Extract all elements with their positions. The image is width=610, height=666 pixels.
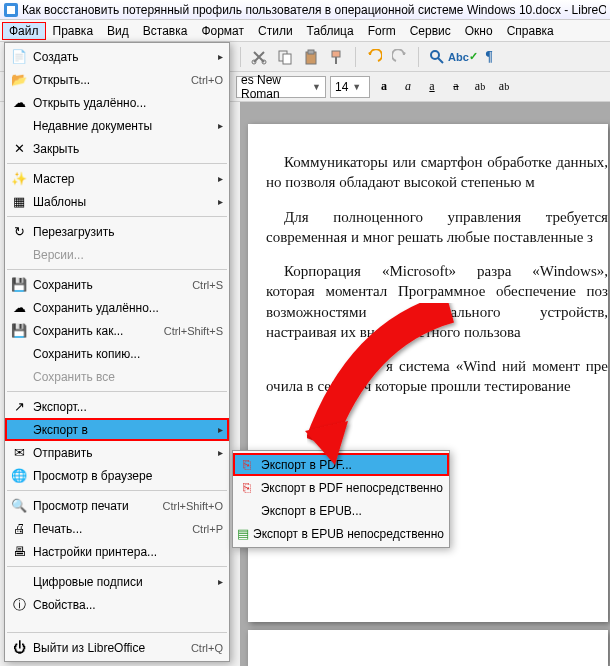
browser-icon: 🌐 xyxy=(9,468,29,484)
save-icon: 💾 xyxy=(9,277,29,293)
strikethrough-icon[interactable]: a xyxy=(446,77,466,97)
menu-file[interactable]: Файл xyxy=(2,22,46,40)
document-page-next[interactable] xyxy=(248,630,608,666)
menu-item-preview-browser[interactable]: 🌐Просмотр в браузере xyxy=(5,464,229,487)
svg-rect-5 xyxy=(308,50,314,54)
pdf-icon: ⎘ xyxy=(237,457,257,473)
svg-rect-3 xyxy=(283,54,291,64)
printer-settings-icon: 🖶 xyxy=(9,544,29,560)
menu-item-print[interactable]: 🖨Печать...Ctrl+P xyxy=(5,517,229,540)
menu-item-save[interactable]: 💾СохранитьCtrl+S xyxy=(5,273,229,296)
menu-item-send[interactable]: ✉Отправить▸ xyxy=(5,441,229,464)
menu-item-digital-signatures[interactable]: Цифровые подписи▸ xyxy=(5,570,229,593)
font-size-combo[interactable]: 14▼ xyxy=(330,76,370,98)
svg-rect-6 xyxy=(332,51,340,57)
save-as-icon: 💾 xyxy=(9,323,29,339)
menu-window[interactable]: Окно xyxy=(458,22,500,40)
new-doc-icon: 📄 xyxy=(9,49,29,65)
separator xyxy=(418,47,419,67)
menu-item-templates[interactable]: ▦Шаблоны▸ xyxy=(5,190,229,213)
paragraph: Коммуникаторы или смартфон обработке дан… xyxy=(266,152,608,193)
print-preview-icon: 🔍 xyxy=(9,498,29,514)
menu-view[interactable]: Вид xyxy=(100,22,136,40)
menu-help[interactable]: Справка xyxy=(500,22,561,40)
export-submenu: ⎘Экспорт в PDF... ⎘Экспорт в PDF непосре… xyxy=(232,450,450,548)
menu-item-print-preview[interactable]: 🔍Просмотр печатиCtrl+Shift+O xyxy=(5,494,229,517)
menu-item-properties[interactable]: ⓘСвойства... xyxy=(5,593,229,616)
menu-insert[interactable]: Вставка xyxy=(136,22,195,40)
send-icon: ✉ xyxy=(9,445,29,461)
menu-item-open[interactable]: 📂Открыть...Ctrl+O xyxy=(5,68,229,91)
menubar: Файл Правка Вид Вставка Формат Стили Таб… xyxy=(0,20,610,42)
font-name-combo[interactable]: es New Roman▼ xyxy=(236,76,326,98)
bold-icon[interactable]: a xyxy=(374,77,394,97)
underline-icon[interactable]: a xyxy=(422,77,442,97)
separator xyxy=(7,216,227,217)
template-icon: ▦ xyxy=(9,194,29,210)
menu-format[interactable]: Формат xyxy=(194,22,251,40)
cut-icon[interactable] xyxy=(249,47,269,67)
separator xyxy=(240,47,241,67)
submenu-item-export-pdf-direct[interactable]: ⎘Экспорт в PDF непосредственно xyxy=(233,476,449,499)
menu-styles[interactable]: Стили xyxy=(251,22,300,40)
menu-item-recent[interactable]: Недавние документы▸ xyxy=(5,114,229,137)
exit-icon: ⏻ xyxy=(9,640,29,656)
menu-item-save-as[interactable]: 💾Сохранить как...Ctrl+Shift+S xyxy=(5,319,229,342)
svg-point-8 xyxy=(431,51,439,59)
redo-icon[interactable] xyxy=(390,47,410,67)
separator xyxy=(7,632,227,633)
open-remote-icon: ☁ xyxy=(9,95,29,111)
menu-item-save-all: Сохранить все xyxy=(5,365,229,388)
menu-item-export[interactable]: ↗Экспорт... xyxy=(5,395,229,418)
window-title: Как восстановить потерянный профиль поль… xyxy=(22,3,606,17)
menu-item-reload[interactable]: ↻Перезагрузить xyxy=(5,220,229,243)
save-remote-icon: ☁ xyxy=(9,300,29,316)
separator xyxy=(7,391,227,392)
menu-item-printer-settings[interactable]: 🖶Настройки принтера... xyxy=(5,540,229,563)
menu-item-wizard[interactable]: ✨Мастер▸ xyxy=(5,167,229,190)
epub-direct-icon: ▤ xyxy=(237,526,249,542)
reload-icon: ↻ xyxy=(9,224,29,240)
copy-icon[interactable] xyxy=(275,47,295,67)
titlebar: Как восстановить потерянный профиль поль… xyxy=(0,0,610,20)
separator xyxy=(7,566,227,567)
superscript-icon[interactable]: ab xyxy=(470,77,490,97)
undo-icon[interactable] xyxy=(364,47,384,67)
menu-item-save-remote[interactable]: ☁Сохранить удалённо... xyxy=(5,296,229,319)
clone-formatting-icon[interactable] xyxy=(327,47,347,67)
file-menu-dropdown: 📄Создать▸ 📂Открыть...Ctrl+O ☁Открыть уда… xyxy=(4,42,230,662)
menu-item-open-remote[interactable]: ☁Открыть удалённо... xyxy=(5,91,229,114)
menu-item-close[interactable]: ✕Закрыть xyxy=(5,137,229,160)
app-icon xyxy=(4,3,18,17)
formatting-marks-icon[interactable]: ¶ xyxy=(479,47,499,67)
italic-icon[interactable]: a xyxy=(398,77,418,97)
close-icon: ✕ xyxy=(9,141,29,157)
chevron-down-icon: ▼ xyxy=(352,82,361,92)
svg-rect-7 xyxy=(335,57,337,64)
open-icon: 📂 xyxy=(9,72,29,88)
submenu-item-export-epub-direct[interactable]: ▤Экспорт в EPUB непосредственно xyxy=(233,522,449,545)
pdf-direct-icon: ⎘ xyxy=(237,480,257,496)
menu-tools[interactable]: Сервис xyxy=(403,22,458,40)
menu-item-versions: Версии... xyxy=(5,243,229,266)
find-icon[interactable] xyxy=(427,47,447,67)
menu-edit[interactable]: Правка xyxy=(46,22,101,40)
menu-form[interactable]: Form xyxy=(361,22,403,40)
chevron-down-icon: ▼ xyxy=(312,82,321,92)
export-icon: ↗ xyxy=(9,399,29,415)
paste-icon[interactable] xyxy=(301,47,321,67)
svg-line-9 xyxy=(438,58,443,63)
menu-item-new[interactable]: 📄Создать▸ xyxy=(5,45,229,68)
submenu-item-export-pdf[interactable]: ⎘Экспорт в PDF... xyxy=(233,453,449,476)
menu-item-export-to[interactable]: Экспорт в▸ xyxy=(5,418,229,441)
paragraph: Для полноценного управления требуется со… xyxy=(266,207,608,248)
subscript-icon[interactable]: ab xyxy=(494,77,514,97)
menu-item-exit[interactable]: ⏻Выйти из LibreOfficeCtrl+Q xyxy=(5,636,229,659)
submenu-item-export-epub[interactable]: Экспорт в EPUB... xyxy=(233,499,449,522)
menu-table[interactable]: Таблица xyxy=(300,22,361,40)
spellcheck-icon[interactable]: Abc✓ xyxy=(453,47,473,67)
menu-item-save-copy[interactable]: Сохранить копию... xyxy=(5,342,229,365)
separator xyxy=(355,47,356,67)
separator xyxy=(7,269,227,270)
paragraph: я система «Wind ний момент пре очила в с… xyxy=(266,356,608,397)
